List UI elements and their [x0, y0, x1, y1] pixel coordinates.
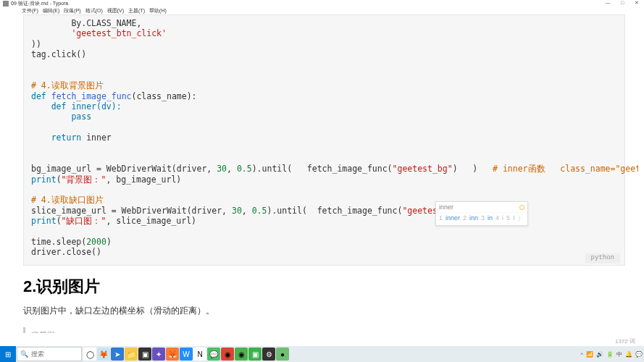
app-1[interactable]: 🦊	[97, 348, 110, 361]
title-bar: 09 验证-滑块.md - Typora — □ ✕	[0, 0, 644, 7]
close-button[interactable]: ✕	[630, 0, 644, 7]
code-pre: By.CLASS_NAME, 'geetest_btn_click' )) ta…	[31, 18, 617, 258]
app-icon	[3, 1, 9, 7]
app-firefox[interactable]: 🦊	[166, 348, 179, 361]
autocomplete-item[interactable]: inn	[469, 214, 478, 224]
start-button[interactable]: ⊞	[0, 346, 16, 362]
search-icon: 🔍	[20, 350, 28, 358]
app-word[interactable]: W	[180, 348, 193, 361]
tray-volume-icon[interactable]: 🔊	[596, 351, 603, 358]
tray-network-icon[interactable]: 📶	[586, 351, 593, 358]
status-bar: 1372 词	[0, 337, 644, 346]
app-settings[interactable]: ⚙	[262, 348, 275, 361]
app-explorer[interactable]: 📁	[125, 348, 138, 361]
window-title: 09 验证-滑块.md - Typora	[11, 0, 68, 7]
tray-battery-icon[interactable]: 🔋	[606, 351, 614, 358]
app-terminal[interactable]: ▣	[138, 348, 151, 361]
word-count[interactable]: 1372 词	[615, 338, 635, 345]
app-chrome[interactable]: ◉	[235, 348, 248, 361]
section-heading[interactable]: 2.识别图片	[23, 276, 638, 298]
autocomplete-popup[interactable]: inner 1inner 2inn 3in 4i 5I 〉	[435, 201, 528, 226]
maximize-button[interactable]: □	[615, 0, 630, 7]
autocomplete-more-icon[interactable]: 〉	[518, 214, 524, 224]
app-cortana[interactable]: ◯	[83, 348, 96, 361]
app-pycharm[interactable]: ▣	[248, 348, 262, 361]
editor-content[interactable]: By.CLASS_NAME, 'geetest_btn_click' )) ta…	[23, 14, 638, 333]
bulb-icon[interactable]	[519, 205, 524, 210]
autocomplete-item[interactable]: in	[488, 214, 493, 224]
tray-ime-icon[interactable]: 中	[616, 350, 622, 358]
tray-action-center-icon[interactable]: 💬	[635, 351, 643, 358]
autocomplete-query-row: inner	[436, 202, 527, 213]
autocomplete-item[interactable]: I	[513, 214, 515, 224]
minimize-button[interactable]: —	[601, 0, 615, 7]
tray-notifications-icon[interactable]: 🔔	[625, 351, 632, 358]
app-sublime[interactable]: ✦	[152, 348, 165, 361]
taskbar-search[interactable]: 🔍	[17, 347, 82, 361]
tray-overflow-icon[interactable]: ^	[580, 351, 583, 358]
app-2[interactable]: ➤	[111, 348, 124, 361]
autocomplete-item[interactable]: inner	[446, 214, 460, 224]
system-tray: ^ 📶 🔊 🔋 中 🔔 💬	[580, 350, 643, 358]
taskbar: ⊞ 🔍 ◯ 🦊 ➤ 📁 ▣ ✦ 🦊 W N 💬 ◉ ◉ ▣ ⚙ ● ^ 📶 🔊 …	[0, 346, 644, 362]
autocomplete-item[interactable]: i	[502, 214, 503, 224]
app-chrome-dev[interactable]: ◉	[221, 348, 234, 361]
window-controls: — □ ✕	[601, 0, 644, 7]
app-spotify[interactable]: ●	[276, 348, 289, 361]
app-notion[interactable]: N	[193, 348, 206, 361]
search-input[interactable]	[31, 350, 75, 358]
autocomplete-items: 1inner 2inn 3in 4i 5I 〉	[436, 213, 527, 225]
paragraph[interactable]: 识别图片中，缺口左边的横坐标（滑动的距离）。	[23, 305, 638, 317]
autocomplete-query: inner	[439, 203, 453, 211]
code-language-label: python	[585, 253, 620, 263]
taskbar-apps: ◯ 🦊 ➤ 📁 ▣ ✦ 🦊 W N 💬 ◉ ◉ ▣ ⚙ ●	[83, 348, 289, 361]
app-wechat[interactable]: 💬	[207, 348, 220, 361]
code-block[interactable]: By.CLASS_NAME, 'geetest_btn_click' )) ta…	[23, 14, 625, 266]
blockquote[interactable]: 背景图：	[23, 327, 638, 333]
